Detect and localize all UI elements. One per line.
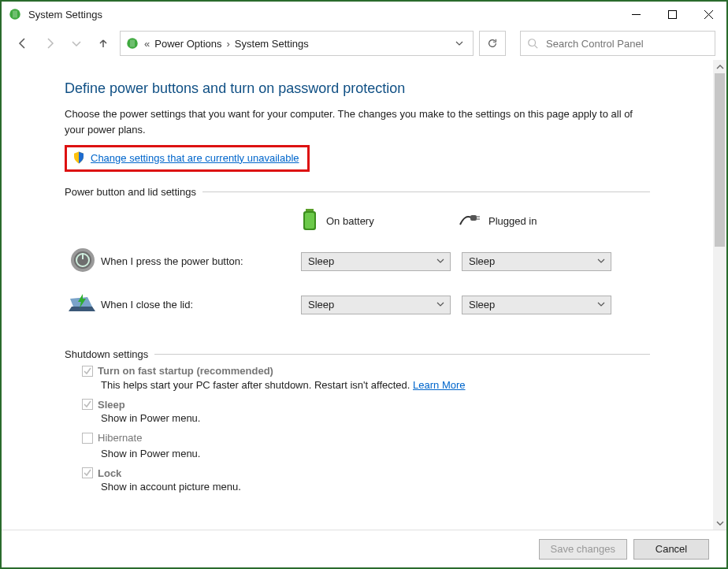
back-button[interactable]: [13, 33, 33, 54]
col-plugged-in: Plugged in: [459, 209, 616, 233]
search-box[interactable]: [520, 31, 715, 56]
vertical-scrollbar[interactable]: [713, 60, 726, 530]
cancel-button[interactable]: Cancel: [633, 539, 709, 560]
group2-legend: Shutdown settings: [65, 348, 154, 360]
maximize-button[interactable]: [654, 2, 690, 27]
sleep-checkbox[interactable]: Sleep: [82, 399, 125, 411]
footer: Save changes Cancel: [2, 530, 726, 567]
shield-icon: [72, 151, 86, 165]
app-icon: [8, 7, 22, 21]
svg-rect-8: [306, 209, 314, 211]
power-button-label: When I press the power button:: [101, 255, 301, 267]
titlebar: System Settings: [2, 2, 726, 27]
navbar: « Power Options › System Settings: [2, 27, 726, 60]
chevron-down-icon: [596, 299, 606, 311]
refresh-button[interactable]: [479, 31, 506, 56]
close-lid-plugged-select[interactable]: Sleep: [462, 296, 611, 314]
search-icon: [527, 38, 538, 49]
address-bar[interactable]: « Power Options › System Settings: [120, 31, 474, 56]
page-title: Define power buttons and turn on passwor…: [65, 80, 650, 97]
sleep-desc: Show in Power menu.: [101, 412, 650, 424]
window-title: System Settings: [28, 9, 618, 20]
scroll-down-button[interactable]: [713, 516, 726, 530]
breadcrumb-power-options[interactable]: Power Options: [154, 38, 221, 50]
power-button-lid-group: Power button and lid settings On battery…: [65, 186, 650, 334]
fast-startup-checkbox[interactable]: Turn on fast startup (recommended): [82, 365, 273, 377]
plug-icon: [459, 213, 481, 229]
hibernate-desc: Show in Power menu.: [101, 448, 650, 459]
close-lid-battery-select[interactable]: Sleep: [301, 296, 451, 314]
svg-rect-11: [470, 215, 477, 221]
lock-desc: Show in account picture menu.: [101, 481, 650, 493]
save-button[interactable]: Save changes: [539, 539, 627, 560]
col-on-battery: On battery: [301, 209, 459, 233]
battery-icon: [301, 209, 318, 233]
close-button[interactable]: [690, 2, 726, 27]
svg-line-7: [535, 46, 538, 49]
hibernate-checkbox[interactable]: Hibernate: [82, 432, 142, 444]
chevron-down-icon: [436, 256, 445, 268]
change-settings-highlight: Change settings that are currently unava…: [65, 145, 310, 172]
minimize-button[interactable]: [618, 2, 654, 27]
scrollbar-thumb[interactable]: [715, 73, 725, 247]
lock-checkbox[interactable]: Lock: [82, 467, 121, 479]
chevron-down-icon: [596, 256, 606, 268]
learn-more-link[interactable]: Learn More: [413, 379, 465, 391]
svg-rect-2: [668, 10, 676, 18]
svg-point-6: [529, 39, 536, 46]
content-area: Define power buttons and turn on passwor…: [2, 60, 713, 530]
breadcrumb-separator: ›: [227, 38, 230, 50]
lid-icon: [69, 292, 97, 317]
row-power-button: When I press the power button: Sleep Sle…: [65, 247, 650, 275]
power-button-icon: [70, 247, 95, 275]
close-lid-label: When I close the lid:: [101, 299, 301, 311]
svg-rect-10: [305, 213, 314, 229]
row-close-lid: When I close the lid: Sleep Sleep: [65, 292, 650, 317]
recent-locations-button[interactable]: [66, 33, 87, 54]
breadcrumb-system-settings[interactable]: System Settings: [235, 38, 309, 50]
search-input[interactable]: [544, 37, 708, 50]
forward-button[interactable]: [39, 33, 60, 54]
power-button-plugged-select[interactable]: Sleep: [462, 252, 611, 271]
address-dropdown[interactable]: [451, 32, 468, 55]
breadcrumb-ellipsis[interactable]: «: [144, 38, 150, 50]
group1-legend: Power button and lid settings: [65, 186, 202, 198]
up-button[interactable]: [93, 33, 113, 54]
address-icon: [125, 36, 139, 50]
change-settings-link[interactable]: Change settings that are currently unava…: [91, 152, 299, 164]
page-intro: Choose the power settings that you want …: [65, 106, 650, 137]
power-button-battery-select[interactable]: Sleep: [301, 252, 451, 271]
chevron-down-icon: [436, 299, 445, 311]
scroll-up-button[interactable]: [713, 60, 726, 73]
fast-startup-desc: This helps start your PC faster after sh…: [101, 379, 650, 391]
shutdown-settings-group: Shutdown settings Turn on fast startup (…: [65, 348, 650, 500]
